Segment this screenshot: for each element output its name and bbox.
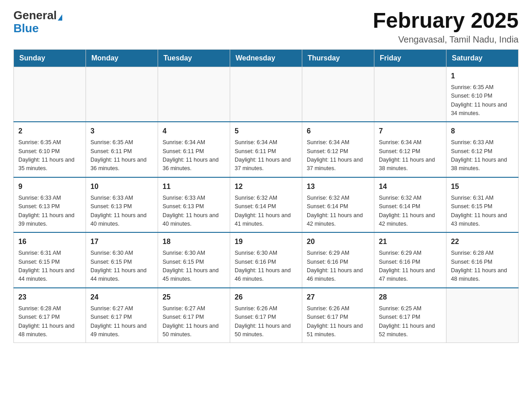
day-info: Sunrise: 6:31 AM Sunset: 6:15 PM Dayligh…: [18, 249, 81, 284]
day-number: 7: [379, 126, 442, 137]
day-number: 23: [18, 292, 81, 303]
calendar-cell: 24Sunrise: 6:27 AM Sunset: 6:17 PM Dayli…: [86, 288, 158, 343]
calendar-cell: 7Sunrise: 6:34 AM Sunset: 6:12 PM Daylig…: [374, 122, 446, 177]
calendar-cell: 4Sunrise: 6:34 AM Sunset: 6:11 PM Daylig…: [158, 122, 230, 177]
day-info: Sunrise: 6:30 AM Sunset: 6:16 PM Dayligh…: [235, 249, 297, 284]
calendar-cell: 1Sunrise: 6:35 AM Sunset: 6:10 PM Daylig…: [446, 67, 519, 122]
calendar-cell: [446, 288, 519, 343]
day-info: Sunrise: 6:35 AM Sunset: 6:10 PM Dayligh…: [18, 138, 81, 173]
day-info: Sunrise: 6:33 AM Sunset: 6:12 PM Dayligh…: [451, 138, 514, 173]
day-number: 26: [235, 292, 297, 303]
day-info: Sunrise: 6:30 AM Sunset: 6:15 PM Dayligh…: [163, 249, 225, 284]
calendar-cell: 17Sunrise: 6:30 AM Sunset: 6:15 PM Dayli…: [86, 232, 158, 288]
calendar-cell: 14Sunrise: 6:32 AM Sunset: 6:14 PM Dayli…: [374, 177, 446, 233]
day-number: 19: [235, 236, 297, 247]
logo-general-text: General: [13, 9, 57, 22]
header-friday: Friday: [374, 49, 446, 67]
day-info: Sunrise: 6:27 AM Sunset: 6:17 PM Dayligh…: [163, 304, 225, 339]
day-number: 11: [163, 181, 225, 192]
calendar-cell: [302, 67, 374, 122]
day-number: 18: [163, 236, 225, 247]
day-number: 25: [163, 292, 225, 303]
day-info: Sunrise: 6:32 AM Sunset: 6:14 PM Dayligh…: [307, 194, 369, 229]
day-info: Sunrise: 6:33 AM Sunset: 6:13 PM Dayligh…: [90, 194, 153, 229]
header-wednesday: Wednesday: [230, 49, 302, 67]
header-thursday: Thursday: [302, 49, 374, 67]
day-number: 5: [235, 126, 297, 137]
day-number: 4: [163, 126, 225, 137]
calendar-cell: 11Sunrise: 6:33 AM Sunset: 6:13 PM Dayli…: [158, 177, 230, 233]
calendar-cell: 20Sunrise: 6:29 AM Sunset: 6:16 PM Dayli…: [302, 232, 374, 288]
logo-triangle-icon: [58, 14, 62, 21]
day-number: 28: [379, 292, 442, 303]
calendar-cell: [86, 67, 158, 122]
calendar-cell: 8Sunrise: 6:33 AM Sunset: 6:12 PM Daylig…: [446, 122, 519, 177]
day-info: Sunrise: 6:27 AM Sunset: 6:17 PM Dayligh…: [90, 304, 153, 339]
calendar-header: SundayMondayTuesdayWednesdayThursdayFrid…: [14, 49, 519, 67]
day-info: Sunrise: 6:34 AM Sunset: 6:12 PM Dayligh…: [379, 138, 442, 173]
calendar-cell: 18Sunrise: 6:30 AM Sunset: 6:15 PM Dayli…: [158, 232, 230, 288]
day-info: Sunrise: 6:34 AM Sunset: 6:12 PM Dayligh…: [307, 138, 369, 173]
calendar-cell: 22Sunrise: 6:28 AM Sunset: 6:16 PM Dayli…: [446, 232, 519, 288]
calendar-cell: 10Sunrise: 6:33 AM Sunset: 6:13 PM Dayli…: [86, 177, 158, 233]
calendar-cell: 21Sunrise: 6:29 AM Sunset: 6:16 PM Dayli…: [374, 232, 446, 288]
calendar-cell: [374, 67, 446, 122]
day-info: Sunrise: 6:33 AM Sunset: 6:13 PM Dayligh…: [18, 194, 81, 229]
day-info: Sunrise: 6:29 AM Sunset: 6:16 PM Dayligh…: [379, 249, 442, 284]
day-number: 17: [90, 236, 153, 247]
calendar-cell: 9Sunrise: 6:33 AM Sunset: 6:13 PM Daylig…: [14, 177, 86, 233]
day-info: Sunrise: 6:26 AM Sunset: 6:17 PM Dayligh…: [307, 304, 369, 339]
day-number: 22: [451, 236, 514, 247]
day-info: Sunrise: 6:26 AM Sunset: 6:17 PM Dayligh…: [235, 304, 297, 339]
header-tuesday: Tuesday: [158, 49, 230, 67]
day-info: Sunrise: 6:28 AM Sunset: 6:16 PM Dayligh…: [451, 249, 514, 284]
calendar-title: February 2025: [373, 9, 519, 33]
header-row: SundayMondayTuesdayWednesdayThursdayFrid…: [14, 49, 519, 67]
day-info: Sunrise: 6:33 AM Sunset: 6:13 PM Dayligh…: [163, 194, 225, 229]
day-info: Sunrise: 6:35 AM Sunset: 6:10 PM Dayligh…: [451, 83, 514, 118]
calendar-cell: 13Sunrise: 6:32 AM Sunset: 6:14 PM Dayli…: [302, 177, 374, 233]
day-number: 21: [379, 236, 442, 247]
day-number: 10: [90, 181, 153, 192]
day-info: Sunrise: 6:34 AM Sunset: 6:11 PM Dayligh…: [163, 138, 225, 173]
day-number: 16: [18, 236, 81, 247]
page-header: General Blue February 2025 Vengavasal, T…: [13, 9, 519, 45]
calendar-cell: 2Sunrise: 6:35 AM Sunset: 6:10 PM Daylig…: [14, 122, 86, 177]
calendar-cell: 26Sunrise: 6:26 AM Sunset: 6:17 PM Dayli…: [230, 288, 302, 343]
header-saturday: Saturday: [446, 49, 519, 67]
calendar-table: SundayMondayTuesdayWednesdayThursdayFrid…: [13, 49, 519, 343]
day-info: Sunrise: 6:32 AM Sunset: 6:14 PM Dayligh…: [379, 194, 442, 229]
calendar-body: 1Sunrise: 6:35 AM Sunset: 6:10 PM Daylig…: [14, 67, 519, 343]
day-number: 24: [90, 292, 153, 303]
week-row-4: 23Sunrise: 6:28 AM Sunset: 6:17 PM Dayli…: [14, 288, 519, 343]
header-sunday: Sunday: [14, 49, 86, 67]
calendar-cell: 15Sunrise: 6:31 AM Sunset: 6:15 PM Dayli…: [446, 177, 519, 233]
calendar-cell: 23Sunrise: 6:28 AM Sunset: 6:17 PM Dayli…: [14, 288, 86, 343]
calendar-cell: 27Sunrise: 6:26 AM Sunset: 6:17 PM Dayli…: [302, 288, 374, 343]
header-monday: Monday: [86, 49, 158, 67]
day-info: Sunrise: 6:32 AM Sunset: 6:14 PM Dayligh…: [235, 194, 297, 229]
day-number: 14: [379, 181, 442, 192]
calendar-cell: [14, 67, 86, 122]
day-number: 27: [307, 292, 369, 303]
day-number: 1: [451, 71, 514, 81]
calendar-cell: [158, 67, 230, 122]
calendar-cell: 25Sunrise: 6:27 AM Sunset: 6:17 PM Dayli…: [158, 288, 230, 343]
day-info: Sunrise: 6:29 AM Sunset: 6:16 PM Dayligh…: [307, 249, 369, 284]
day-number: 8: [451, 126, 514, 137]
day-number: 12: [235, 181, 297, 192]
calendar-subtitle: Vengavasal, Tamil Nadu, India: [373, 34, 519, 45]
logo: General Blue: [13, 9, 62, 34]
day-number: 13: [307, 181, 369, 192]
day-info: Sunrise: 6:31 AM Sunset: 6:15 PM Dayligh…: [451, 194, 514, 229]
day-info: Sunrise: 6:25 AM Sunset: 6:17 PM Dayligh…: [379, 304, 442, 339]
week-row-2: 9Sunrise: 6:33 AM Sunset: 6:13 PM Daylig…: [14, 177, 519, 233]
day-number: 2: [18, 126, 81, 137]
week-row-0: 1Sunrise: 6:35 AM Sunset: 6:10 PM Daylig…: [14, 67, 519, 122]
day-info: Sunrise: 6:35 AM Sunset: 6:11 PM Dayligh…: [90, 138, 153, 173]
day-number: 3: [90, 126, 153, 137]
title-block: February 2025 Vengavasal, Tamil Nadu, In…: [373, 9, 519, 45]
day-info: Sunrise: 6:34 AM Sunset: 6:11 PM Dayligh…: [235, 138, 297, 173]
calendar-cell: 19Sunrise: 6:30 AM Sunset: 6:16 PM Dayli…: [230, 232, 302, 288]
calendar-cell: 28Sunrise: 6:25 AM Sunset: 6:17 PM Dayli…: [374, 288, 446, 343]
